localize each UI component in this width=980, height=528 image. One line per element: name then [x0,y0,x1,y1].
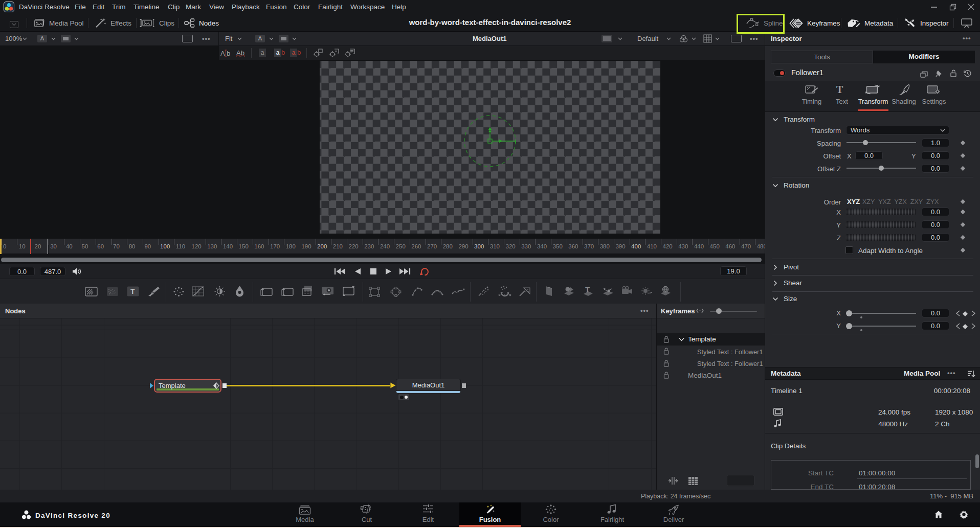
svg-text:A: A [220,50,225,57]
svg-text:b: b [227,50,230,57]
svg-text:T: T [585,285,590,294]
svg-text:T: T [130,287,135,295]
